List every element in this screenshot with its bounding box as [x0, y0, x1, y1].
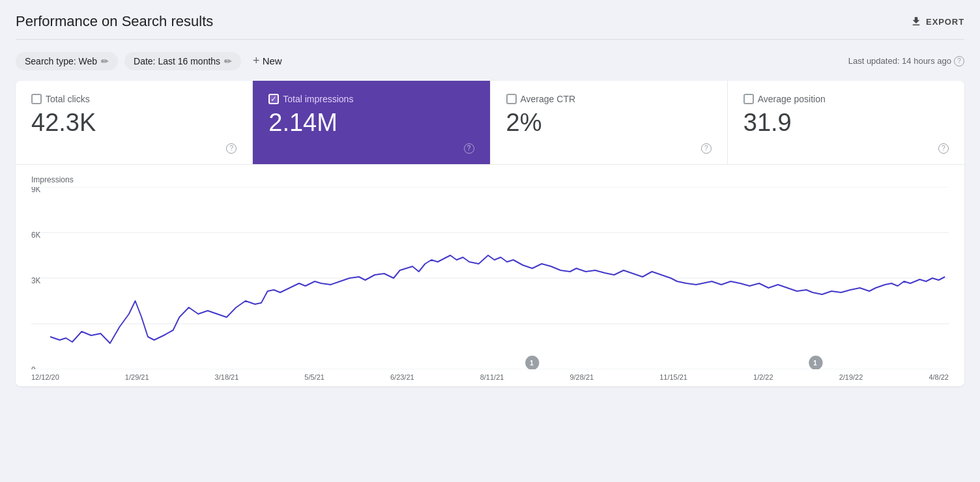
svg-text:9K: 9K — [31, 187, 40, 194]
svg-text:1: 1 — [813, 359, 817, 367]
date-filter[interactable]: Date: Last 16 months ✏ — [124, 52, 241, 70]
total-clicks-checkbox[interactable] — [31, 94, 42, 104]
average-ctr-label: Average CTR — [521, 94, 576, 104]
average-position-label: Average position — [758, 94, 826, 104]
total-clicks-value: 42.3K — [31, 109, 237, 137]
average-ctr-value: 2% — [506, 109, 712, 137]
page-header: Performance on Search results EXPORT — [16, 13, 964, 40]
x-label-1: 1/29/21 — [125, 373, 149, 381]
x-label-6: 9/28/21 — [569, 373, 594, 381]
export-button[interactable]: EXPORT — [910, 16, 964, 27]
average-ctr-checkbox[interactable] — [506, 94, 517, 104]
total-impressions-label: Total impressions — [283, 94, 353, 104]
date-label: Date: Last 16 months — [134, 56, 220, 66]
metric-card-total-clicks[interactable]: Total clicks 42.3K ? — [16, 81, 253, 164]
x-label-2: 3/18/21 — [215, 373, 239, 381]
download-icon — [910, 16, 922, 27]
x-label-3: 5/5/21 — [304, 373, 324, 381]
metric-card-total-impressions[interactable]: ✓ Total impressions 2.14M ? — [253, 81, 490, 164]
impressions-chart: 9K 6K 3K 0 1 1 — [31, 187, 949, 369]
last-updated-help-icon[interactable]: ? — [954, 56, 964, 66]
svg-text:6K: 6K — [31, 231, 40, 240]
x-label-5: 8/11/21 — [480, 373, 504, 381]
x-axis-labels: 12/12/20 1/29/21 3/18/21 5/5/21 6/23/21 … — [31, 369, 949, 381]
x-label-4: 6/23/21 — [390, 373, 414, 381]
page-container: Performance on Search results EXPORT Sea… — [0, 0, 980, 386]
new-label: New — [263, 55, 282, 66]
metric-card-average-ctr[interactable]: Average CTR 2% ? — [491, 81, 728, 164]
filter-bar: Search type: Web ✏ Date: Last 16 months … — [16, 40, 964, 81]
average-position-help-icon[interactable]: ? — [938, 143, 949, 154]
edit-search-type-icon: ✏ — [101, 56, 109, 66]
metric-card-average-position[interactable]: Average position 31.9 ? — [728, 81, 964, 164]
chart-line — [50, 255, 945, 343]
total-clicks-help-icon[interactable]: ? — [226, 143, 237, 154]
chart-area: Impressions 9K 6K 3K 0 — [16, 164, 964, 386]
x-label-10: 4/8/22 — [929, 373, 949, 381]
last-updated-info: Last updated: 14 hours ago ? — [848, 56, 964, 66]
x-label-7: 11/15/21 — [659, 373, 687, 381]
average-position-checkbox[interactable] — [743, 94, 754, 104]
svg-text:3K: 3K — [31, 276, 40, 285]
x-label-9: 2/19/22 — [839, 373, 863, 381]
total-impressions-checkbox[interactable]: ✓ — [268, 94, 279, 104]
svg-text:0: 0 — [31, 365, 36, 369]
total-impressions-help-icon[interactable]: ? — [464, 143, 474, 154]
search-type-label: Search type: Web — [25, 56, 97, 66]
metrics-cards: Total clicks 42.3K ? ✓ Total impressions… — [16, 81, 964, 164]
x-label-0: 12/12/20 — [31, 373, 59, 381]
page-title: Performance on Search results — [16, 13, 213, 30]
total-impressions-value: 2.14M — [268, 109, 474, 137]
edit-date-icon: ✏ — [224, 56, 232, 66]
x-label-8: 1/2/22 — [753, 373, 773, 381]
chart-y-label: Impressions — [31, 175, 949, 184]
svg-text:1: 1 — [530, 359, 534, 367]
checkmark-icon: ✓ — [270, 94, 277, 104]
average-ctr-help-icon[interactable]: ? — [701, 143, 712, 154]
total-clicks-label: Total clicks — [46, 94, 90, 104]
plus-icon: + — [253, 54, 260, 68]
metrics-chart-container: Total clicks 42.3K ? ✓ Total impressions… — [16, 81, 964, 386]
chart-wrapper: 9K 6K 3K 0 1 1 — [31, 187, 949, 369]
average-position-value: 31.9 — [743, 109, 949, 137]
search-type-filter[interactable]: Search type: Web ✏ — [16, 52, 118, 70]
new-filter-button[interactable]: + New — [248, 51, 287, 70]
